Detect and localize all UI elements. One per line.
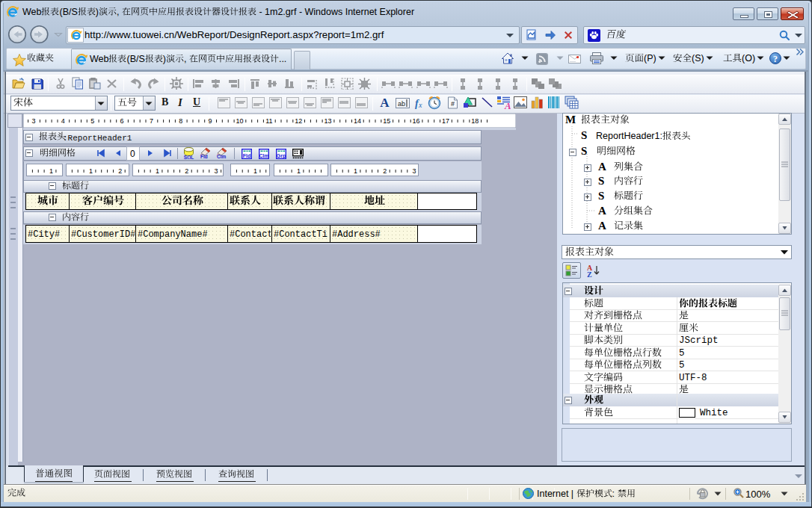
svg-text:12: 12: [295, 117, 302, 125]
svg-text:16: 16: [412, 117, 419, 125]
svg-text:?: ?: [773, 54, 778, 64]
svg-text:6: 6: [120, 117, 124, 125]
svg-text:4: 4: [61, 117, 65, 125]
svg-text:5: 5: [90, 117, 94, 125]
svg-text:Z: Z: [587, 270, 592, 277]
svg-text:11: 11: [265, 117, 272, 125]
svg-text:#: #: [451, 100, 455, 108]
svg-text:A: A: [380, 96, 390, 109]
svg-text:A: A: [504, 100, 511, 110]
svg-text:2: 2: [185, 167, 188, 175]
svg-text:1: 1: [49, 167, 53, 175]
svg-text:17: 17: [442, 117, 449, 125]
svg-text:2: 2: [383, 167, 387, 175]
svg-text:7: 7: [150, 117, 153, 125]
svg-text:Clm: Clm: [259, 153, 268, 158]
svg-text:3: 3: [215, 167, 218, 175]
svg-text:15: 15: [383, 117, 390, 125]
svg-text:Grp: Grp: [277, 153, 286, 159]
svg-text:14: 14: [354, 117, 361, 125]
svg-text:3: 3: [31, 117, 35, 125]
svg-text:3: 3: [413, 167, 416, 175]
svg-text:1: 1: [253, 167, 257, 175]
svg-text:2: 2: [118, 167, 122, 175]
svg-text:13: 13: [324, 117, 331, 125]
svg-text:9: 9: [209, 117, 212, 125]
svg-text:Fld: Fld: [243, 153, 251, 158]
svg-text:ab: ab: [398, 100, 405, 108]
svg-text:1: 1: [156, 167, 159, 175]
svg-text:10: 10: [236, 117, 243, 125]
svg-text:1: 1: [297, 167, 301, 175]
svg-text:1: 1: [354, 167, 357, 175]
svg-text:x: x: [418, 101, 422, 109]
svg-text:1: 1: [89, 167, 93, 175]
svg-text:18: 18: [471, 117, 479, 125]
svg-text:8: 8: [179, 117, 182, 125]
svg-text:SQL: SQL: [184, 155, 194, 160]
